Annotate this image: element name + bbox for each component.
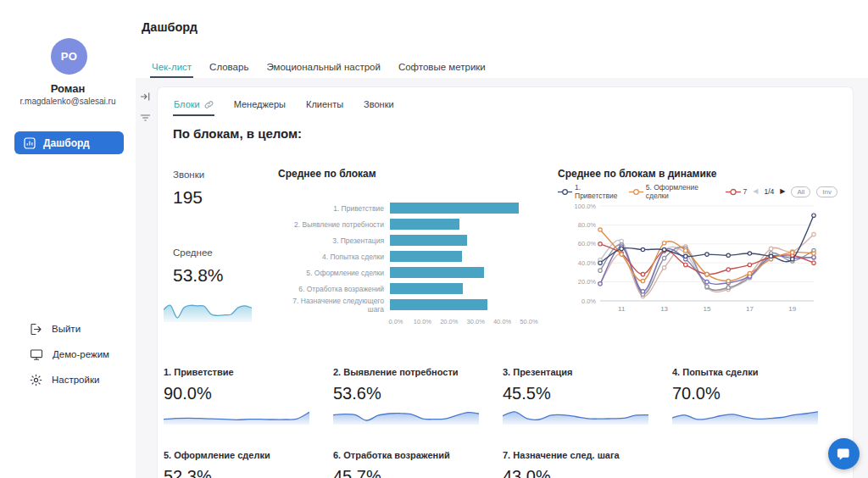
content-panel: БлокиМенеджерыКлиентыЗвонки По блокам, в… xyxy=(136,78,868,478)
legend-prev-icon[interactable]: ◀ xyxy=(753,188,758,195)
legend-button-all[interactable]: All xyxy=(791,186,810,197)
bar-chart-title: Среднее по блокам xyxy=(278,168,549,180)
sidebar-footer-item-1[interactable]: Демо-режим xyxy=(30,345,109,364)
bar xyxy=(390,235,467,246)
tab-label: Словарь xyxy=(209,62,248,72)
svg-text:17: 17 xyxy=(746,305,754,313)
metric-card-sparkline xyxy=(333,408,484,425)
legend-item-2[interactable]: 7 xyxy=(726,187,748,196)
metric-card-value: 90.0% xyxy=(164,384,314,403)
bar-track xyxy=(390,203,523,214)
svg-text:40.0%: 40.0% xyxy=(578,259,597,267)
bar-row-3: 4. Попытка сделки xyxy=(278,248,549,264)
tab-2[interactable]: Эмоциональный настрой xyxy=(264,62,382,78)
metric-card-sparkline xyxy=(672,408,823,425)
metric-card-3: 3. Презентация45.5% xyxy=(503,367,654,425)
sidebar-item-dashboard[interactable]: Дашборд xyxy=(14,131,124,154)
page-title: Дашборд xyxy=(142,20,198,34)
side-rail xyxy=(140,92,151,123)
user-name: Роман xyxy=(0,82,136,95)
bar-category-label: 6. Отработка возражений xyxy=(278,285,390,293)
footer-item-label: Настройки xyxy=(52,375,99,385)
legend-item-1[interactable]: 5. Оформление сделки xyxy=(629,183,720,200)
metric-card-value: 45.7% xyxy=(333,467,484,478)
bar-row-2: 3. Презентация xyxy=(278,232,549,248)
main-tabs: Чек-листСловарьЭмоциональный настройСофт… xyxy=(150,62,487,78)
inner-tab-2[interactable]: Клиенты xyxy=(305,99,344,116)
bar-category-label: 2. Выявление потребности xyxy=(278,220,390,229)
legend-item-0[interactable]: 1. Приветствие xyxy=(558,183,623,200)
bar xyxy=(390,299,487,310)
tab-label: Софтовые метрики xyxy=(398,62,486,72)
filter-icon[interactable] xyxy=(140,113,151,123)
sidebar-footer: ВыйтиДемо-режимНастройки xyxy=(30,320,109,396)
legend-next-icon[interactable]: ▶ xyxy=(780,188,785,195)
main-area: Дашборд Чек-листСловарьЭмоциональный нас… xyxy=(136,0,868,478)
svg-text:0.0%: 0.0% xyxy=(581,297,596,305)
legend-label: 7 xyxy=(743,187,748,196)
svg-text:13: 13 xyxy=(660,305,668,313)
metric-card-label: 4. Попытка сделки xyxy=(672,367,823,377)
svg-text:100.0%: 100.0% xyxy=(575,203,597,210)
dashboard-card: БлокиМенеджерыКлиентыЗвонки По блокам, в… xyxy=(158,87,853,478)
line-chart-title: Среднее по блокам в динамике xyxy=(558,168,837,180)
metric-card-2: 2. Выявление потребности53.6% xyxy=(333,367,484,425)
bar xyxy=(390,219,459,230)
chat-bubble-icon xyxy=(836,446,852,462)
metric-card-6: 6. Отработка возражений45.7% xyxy=(333,450,484,478)
x-tick-label: 50.0% xyxy=(520,318,537,325)
metric-card-value: 53.6% xyxy=(333,384,484,403)
tab-0[interactable]: Чек-лист xyxy=(150,62,193,78)
metric-card-label: 5. Оформление сделки xyxy=(164,450,314,460)
metric-card-label: 3. Презентация xyxy=(503,367,654,377)
metric-card-value: 52.3% xyxy=(164,467,314,478)
avatar[interactable]: РО xyxy=(51,38,87,75)
average-sparkline xyxy=(164,297,252,322)
sidebar-footer-item-0[interactable]: Выйти xyxy=(30,320,109,338)
metric-card-7: 7. Назначение след. шага43.0% xyxy=(503,450,654,478)
bar-track xyxy=(390,251,523,262)
tab-label: Менеджеры xyxy=(234,99,286,109)
gear-icon xyxy=(30,374,42,386)
collapse-panel-icon[interactable] xyxy=(140,92,151,102)
section-heading: По блокам, в целом: xyxy=(173,126,302,141)
footer-item-label: Выйти xyxy=(52,324,81,334)
tab-1[interactable]: Словарь xyxy=(208,62,250,78)
stat-average-value: 53.8% xyxy=(173,265,224,286)
metric-card-label: 2. Выявление потребности xyxy=(333,367,484,377)
bar-track xyxy=(390,283,523,294)
legend-label: 1. Приветствие xyxy=(575,183,623,200)
inner-tab-3[interactable]: Звонки xyxy=(363,99,395,116)
inner-tab-1[interactable]: Менеджеры xyxy=(233,99,287,116)
legend-button-inv[interactable]: Inv xyxy=(816,186,837,197)
line-chart-plot: 0.0%20.0%40.0%60.0%80.0%100.0%1113151719 xyxy=(558,199,837,326)
x-tick-label: 0.0% xyxy=(388,318,403,325)
legend-label: 5. Оформление сделки xyxy=(646,183,720,200)
metric-card-label: 7. Назначение след. шага xyxy=(503,450,654,460)
chat-widget-button[interactable] xyxy=(828,438,860,470)
sidebar-item-label: Дашборд xyxy=(43,137,90,149)
x-tick-label: 10.0% xyxy=(414,318,431,325)
tab-label: Клиенты xyxy=(306,99,343,109)
sidebar-footer-item-2[interactable]: Настройки xyxy=(30,370,109,389)
tab-label: Блоки xyxy=(174,99,200,109)
svg-text:80.0%: 80.0% xyxy=(578,221,597,229)
bar-row-5: 6. Отработка возражений xyxy=(278,281,549,297)
stats-block: Звонки 195 Среднее 53.8% xyxy=(173,170,275,339)
inner-tab-0[interactable]: Блоки xyxy=(173,99,214,116)
metric-card-label: 6. Отработка возражений xyxy=(333,450,484,460)
bar xyxy=(390,283,463,294)
metric-card-sparkline xyxy=(503,408,654,425)
metric-card-sparkline xyxy=(164,408,314,425)
tab-label: Эмоциональный настрой xyxy=(266,62,381,72)
inner-tabs: БлокиМенеджерыКлиентыЗвонки xyxy=(173,99,395,116)
bar-track xyxy=(390,299,523,310)
dashboard-icon xyxy=(24,137,36,149)
bar xyxy=(390,203,519,214)
tab-3[interactable]: Софтовые метрики xyxy=(397,62,487,78)
stat-average-label: Среднее xyxy=(173,247,213,258)
metric-card-1: 1. Приветствие90.0% xyxy=(164,367,314,425)
metric-card-value: 43.0% xyxy=(503,467,654,478)
bar-chart-avg-by-blocks: Среднее по блокам 1. Приветствие2. Выявл… xyxy=(278,168,549,328)
bar-chart-rows: 1. Приветствие2. Выявление потребности3.… xyxy=(278,200,549,313)
